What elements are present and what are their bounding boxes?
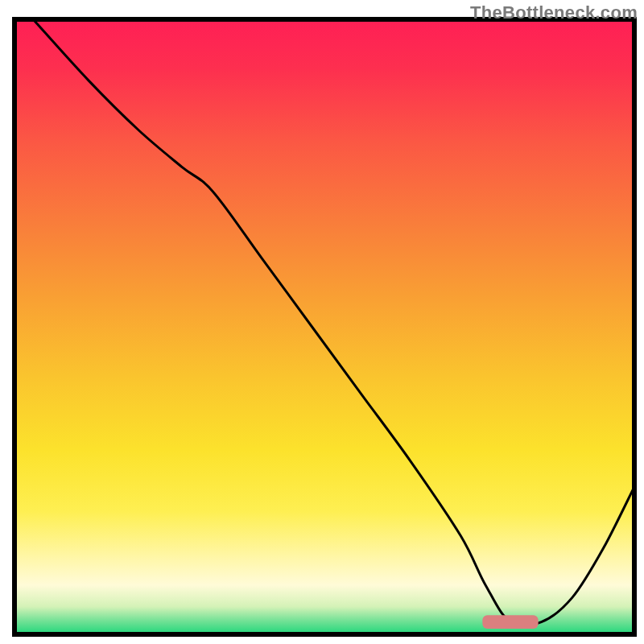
watermark-label: TheBottleneck.com [470, 2, 638, 23]
chart-container: TheBottleneck.com [0, 0, 644, 644]
bottleneck-chart [0, 0, 644, 644]
optimal-marker [482, 615, 538, 629]
plot-background [14, 19, 634, 634]
